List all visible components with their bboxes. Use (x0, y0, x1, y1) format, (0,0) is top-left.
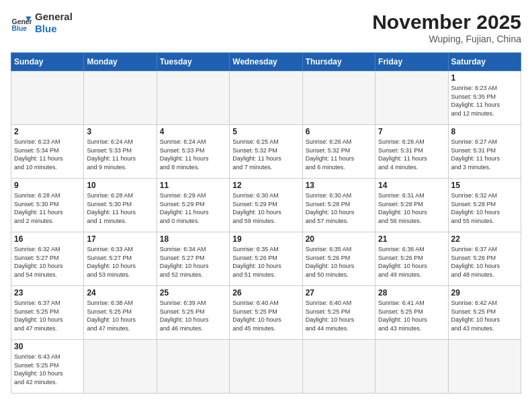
day-number: 4 (160, 127, 226, 136)
logo: General Blue General Blue (11, 11, 73, 35)
day-info: Sunrise: 6:35 AMSunset: 5:26 PMDaylight:… (306, 245, 372, 279)
title-block: November 2025 Wuping, Fujian, China (372, 11, 521, 44)
table-row: 16Sunrise: 6:32 AMSunset: 5:27 PMDayligh… (11, 232, 84, 286)
table-row: 26Sunrise: 6:40 AMSunset: 5:25 PMDayligh… (230, 286, 302, 340)
day-number: 15 (451, 181, 518, 190)
day-number: 1 (451, 73, 518, 83)
day-info: Sunrise: 6:30 AMSunset: 5:29 PMDaylight:… (232, 191, 299, 225)
table-row (375, 71, 448, 125)
day-info: Sunrise: 6:41 AMSunset: 5:25 PMDaylight:… (378, 299, 445, 332)
day-number: 28 (378, 288, 445, 298)
day-info: Sunrise: 6:37 AMSunset: 5:26 PMDaylight:… (451, 245, 518, 279)
table-row (84, 340, 157, 394)
logo-general: General (35, 11, 73, 23)
table-row: 12Sunrise: 6:30 AMSunset: 5:29 PMDayligh… (230, 179, 302, 232)
day-number: 21 (378, 234, 445, 244)
day-info: Sunrise: 6:43 AMSunset: 5:25 PMDaylight:… (14, 353, 81, 386)
day-number: 9 (14, 181, 81, 190)
day-info: Sunrise: 6:32 AMSunset: 5:27 PMDaylight:… (14, 245, 81, 279)
day-number: 3 (87, 127, 153, 136)
day-info: Sunrise: 6:40 AMSunset: 5:25 PMDaylight:… (232, 299, 299, 332)
table-row: 5Sunrise: 6:25 AMSunset: 5:32 PMDaylight… (230, 125, 302, 179)
header-friday: Friday (375, 53, 448, 71)
day-number: 22 (451, 234, 518, 244)
day-info: Sunrise: 6:33 AMSunset: 5:27 PMDaylight:… (87, 245, 153, 279)
table-row (448, 340, 521, 394)
page-header: General Blue General Blue November 2025 … (11, 11, 521, 44)
day-number: 11 (160, 181, 226, 190)
table-row: 17Sunrise: 6:33 AMSunset: 5:27 PMDayligh… (84, 232, 157, 286)
table-row: 1Sunrise: 6:23 AMSunset: 5:35 PMDaylight… (448, 71, 521, 125)
table-row: 25Sunrise: 6:39 AMSunset: 5:25 PMDayligh… (157, 286, 229, 340)
table-row (11, 71, 84, 125)
table-row (84, 71, 157, 125)
table-row: 9Sunrise: 6:28 AMSunset: 5:30 PMDaylight… (11, 179, 84, 232)
day-number: 16 (14, 234, 81, 244)
table-row (157, 340, 229, 394)
month-year: November 2025 (372, 11, 521, 34)
day-number: 27 (306, 288, 372, 298)
day-number: 13 (306, 181, 372, 190)
day-number: 12 (232, 181, 299, 190)
weekday-header-row: Sunday Monday Tuesday Wednesday Thursday… (11, 53, 521, 71)
header-wednesday: Wednesday (230, 53, 302, 71)
table-row: 27Sunrise: 6:40 AMSunset: 5:25 PMDayligh… (302, 286, 375, 340)
table-row: 14Sunrise: 6:31 AMSunset: 5:28 PMDayligh… (375, 179, 448, 232)
day-info: Sunrise: 6:34 AMSunset: 5:27 PMDaylight:… (160, 245, 226, 279)
table-row (230, 71, 302, 125)
day-info: Sunrise: 6:40 AMSunset: 5:25 PMDaylight:… (306, 299, 372, 332)
day-info: Sunrise: 6:28 AMSunset: 5:30 PMDaylight:… (14, 191, 81, 225)
day-info: Sunrise: 6:24 AMSunset: 5:33 PMDaylight:… (160, 138, 226, 171)
header-sunday: Sunday (11, 53, 84, 71)
day-info: Sunrise: 6:42 AMSunset: 5:25 PMDaylight:… (451, 299, 518, 332)
table-row: 13Sunrise: 6:30 AMSunset: 5:28 PMDayligh… (302, 179, 375, 232)
day-info: Sunrise: 6:30 AMSunset: 5:28 PMDaylight:… (306, 191, 372, 225)
location: Wuping, Fujian, China (372, 34, 521, 44)
table-row (230, 340, 302, 394)
day-number: 18 (160, 234, 226, 244)
day-info: Sunrise: 6:25 AMSunset: 5:32 PMDaylight:… (232, 138, 299, 171)
table-row: 2Sunrise: 6:23 AMSunset: 5:34 PMDaylight… (11, 125, 84, 179)
day-number: 2 (14, 127, 81, 136)
table-row: 15Sunrise: 6:32 AMSunset: 5:28 PMDayligh… (448, 179, 521, 232)
svg-text:Blue: Blue (12, 25, 28, 32)
day-info: Sunrise: 6:23 AMSunset: 5:35 PMDaylight:… (451, 84, 518, 118)
header-monday: Monday (84, 53, 157, 71)
day-number: 8 (451, 127, 518, 136)
day-number: 10 (87, 181, 153, 190)
header-tuesday: Tuesday (157, 53, 229, 71)
day-info: Sunrise: 6:36 AMSunset: 5:26 PMDaylight:… (378, 245, 445, 279)
header-thursday: Thursday (302, 53, 375, 71)
day-number: 25 (160, 288, 226, 298)
day-info: Sunrise: 6:27 AMSunset: 5:31 PMDaylight:… (451, 138, 518, 171)
table-row: 8Sunrise: 6:27 AMSunset: 5:31 PMDaylight… (448, 125, 521, 179)
table-row: 21Sunrise: 6:36 AMSunset: 5:26 PMDayligh… (375, 232, 448, 286)
table-row: 29Sunrise: 6:42 AMSunset: 5:25 PMDayligh… (448, 286, 521, 340)
table-row: 23Sunrise: 6:37 AMSunset: 5:25 PMDayligh… (11, 286, 84, 340)
table-row (302, 340, 375, 394)
table-row: 3Sunrise: 6:24 AMSunset: 5:33 PMDaylight… (84, 125, 157, 179)
calendar: Sunday Monday Tuesday Wednesday Thursday… (11, 52, 521, 394)
day-info: Sunrise: 6:35 AMSunset: 5:26 PMDaylight:… (232, 245, 299, 279)
table-row: 6Sunrise: 6:26 AMSunset: 5:32 PMDaylight… (302, 125, 375, 179)
day-number: 26 (232, 288, 299, 298)
day-number: 23 (14, 288, 81, 298)
logo-blue: Blue (35, 23, 73, 35)
table-row: 30Sunrise: 6:43 AMSunset: 5:25 PMDayligh… (11, 340, 84, 394)
table-row (302, 71, 375, 125)
day-number: 7 (378, 127, 445, 136)
day-info: Sunrise: 6:26 AMSunset: 5:31 PMDaylight:… (378, 138, 445, 171)
day-number: 5 (232, 127, 299, 136)
day-info: Sunrise: 6:26 AMSunset: 5:32 PMDaylight:… (306, 138, 372, 171)
table-row: 22Sunrise: 6:37 AMSunset: 5:26 PMDayligh… (448, 232, 521, 286)
day-number: 24 (87, 288, 153, 298)
table-row: 28Sunrise: 6:41 AMSunset: 5:25 PMDayligh… (375, 286, 448, 340)
header-saturday: Saturday (448, 53, 521, 71)
table-row (375, 340, 448, 394)
day-number: 17 (87, 234, 153, 244)
logo-icon: General Blue (11, 12, 32, 34)
day-number: 14 (378, 181, 445, 190)
table-row: 18Sunrise: 6:34 AMSunset: 5:27 PMDayligh… (157, 232, 229, 286)
day-number: 29 (451, 288, 518, 298)
day-info: Sunrise: 6:29 AMSunset: 5:29 PMDaylight:… (160, 191, 226, 225)
